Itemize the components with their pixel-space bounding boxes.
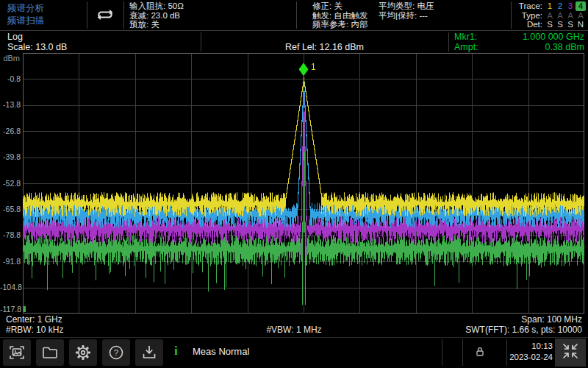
measurement-status: Meas Normal: [193, 346, 249, 357]
date-value: 2023-02-24: [507, 352, 553, 363]
file-manager-button[interactable]: [36, 339, 64, 366]
y-tick-label: -78.8: [0, 230, 21, 239]
save-button[interactable]: [135, 339, 163, 366]
trace-table[interactable]: Trace:1234Type:AAAADet:SSSN: [511, 1, 586, 29]
header-separator: [448, 32, 449, 52]
trace-table-row: Type:AAAA: [511, 11, 586, 21]
screenshot-button[interactable]: [3, 339, 31, 366]
time-value: 10:13: [507, 341, 553, 352]
y-tick-label: -26.8: [0, 127, 21, 135]
svg-text:?: ?: [114, 348, 118, 357]
trace-3-type[interactable]: A: [565, 11, 576, 21]
y-tick-label: -52.8: [0, 179, 21, 188]
menu-spectrum-sweep[interactable]: 频谱扫描: [7, 15, 44, 26]
trace-3-num[interactable]: 3: [565, 1, 576, 11]
header-separator: [123, 1, 124, 29]
header-separator: [87, 1, 87, 29]
folder-icon: [41, 344, 59, 361]
trace-row-label: Trace:: [513, 1, 542, 11]
toolbar-separator: [442, 339, 442, 366]
y-tick-label: -0.8: [0, 74, 21, 83]
trace-4-type[interactable]: A: [576, 11, 586, 21]
sweep-time-label: SWT(FFT): 1.66 s, pts: 10000: [465, 325, 582, 335]
trace-table-row: Det:SSSN: [511, 20, 586, 29]
trace-4-num[interactable]: 4: [576, 1, 586, 11]
input-impedance-value: 输入阻抗: 50Ω: [129, 1, 184, 11]
trace-1-det[interactable]: S: [545, 20, 555, 29]
scale-mode-label[interactable]: Log: [7, 32, 23, 42]
correction-value: 修正: 关: [312, 1, 368, 11]
marker1-frequency: 1.000 000 GHz: [454, 32, 584, 42]
trace-1-type[interactable]: A: [545, 11, 555, 21]
screenshot-icon: [8, 344, 26, 361]
trace-2-num[interactable]: 2: [555, 1, 565, 11]
trace-table-row: Trace:1234: [511, 1, 586, 11]
spectrum-analyzer-screen: 频谱分析 频谱扫描 输入阻抗: 50Ω 衰减: 23.0 dB 预放: 关 修正…: [0, 0, 588, 368]
bottom-toolbar: ? i Meas Normal 10:13 2023-: [0, 337, 588, 367]
scale-bar: Log Scale: 13.0 dB Ref Lel: 12.16 dBm Mk…: [0, 31, 588, 53]
center-freq-label[interactable]: Center: 1 GHz: [6, 314, 62, 325]
y-tick-label: -13.8: [0, 100, 21, 109]
ref-level-label[interactable]: Ref Lel: 12.16 dBm: [201, 42, 448, 52]
trigger-settings-readout[interactable]: 修正: 关 触发: 自由触发 频率参考: 内部: [312, 1, 368, 29]
help-button[interactable]: ?: [102, 339, 130, 366]
marker1-amplitude: 0.38 dBm: [454, 42, 584, 52]
trace-1-num[interactable]: 1: [545, 1, 555, 11]
trace-4-det[interactable]: N: [576, 20, 586, 29]
average-hold-value: 平均|保持: ---: [379, 11, 434, 21]
average-settings-readout[interactable]: 平均类型: 电压 平均|保持: ---: [379, 1, 434, 20]
info-icon: i: [174, 344, 178, 358]
scale-value-label[interactable]: Scale: 13.0 dB: [7, 42, 67, 52]
attenuation-value: 衰减: 23.0 dB: [129, 11, 184, 21]
y-tick-label: -91.8: [0, 257, 21, 266]
help-icon: ?: [107, 344, 125, 361]
lock-icon[interactable]: [474, 346, 486, 361]
clock[interactable]: 10:13 2023-02-24: [507, 341, 553, 363]
trace-row-label: Det:: [513, 20, 542, 29]
save-download-icon: [140, 344, 158, 361]
trace-2-type[interactable]: A: [555, 11, 565, 21]
trace-row-label: Type:: [513, 11, 542, 21]
settings-gear-icon: [74, 343, 93, 362]
fullscreen-toggle-button[interactable]: [555, 339, 586, 367]
trace-3-det[interactable]: S: [565, 20, 576, 29]
y-tick-label: -104.8: [0, 283, 21, 291]
y-tick-label: -39.8: [0, 152, 21, 161]
menu-spectrum-analysis[interactable]: 频谱分析: [7, 3, 44, 13]
continuous-sweep-icon[interactable]: [90, 4, 121, 26]
y-axis-unit: dBm: [0, 54, 20, 63]
freq-reference-value: 频率参考: 内部: [312, 20, 368, 29]
input-settings-readout[interactable]: 输入阻抗: 50Ω 衰减: 23.0 dB 预放: 关: [129, 1, 184, 29]
spectrum-canvas[interactable]: [23, 53, 584, 314]
settings-button[interactable]: [69, 339, 97, 366]
trigger-value: 触发: 自由触发: [312, 11, 368, 21]
expand-arrows-icon: [561, 342, 580, 364]
preamp-value: 预放: 关: [129, 20, 184, 29]
y-tick-label: -117.8: [0, 305, 21, 314]
y-tick-label: -65.8: [0, 205, 21, 213]
toolbar-separator: [462, 339, 463, 366]
header-bar: 频谱分析 频谱扫描 输入阻抗: 50Ω 衰减: 23.0 dB 预放: 关 修正…: [0, 0, 588, 31]
trace-2-det[interactable]: S: [555, 20, 565, 29]
span-label[interactable]: Span: 100 MHz: [521, 314, 582, 325]
header-separator: [296, 1, 297, 29]
average-type-value: 平均类型: 电压: [379, 1, 434, 11]
